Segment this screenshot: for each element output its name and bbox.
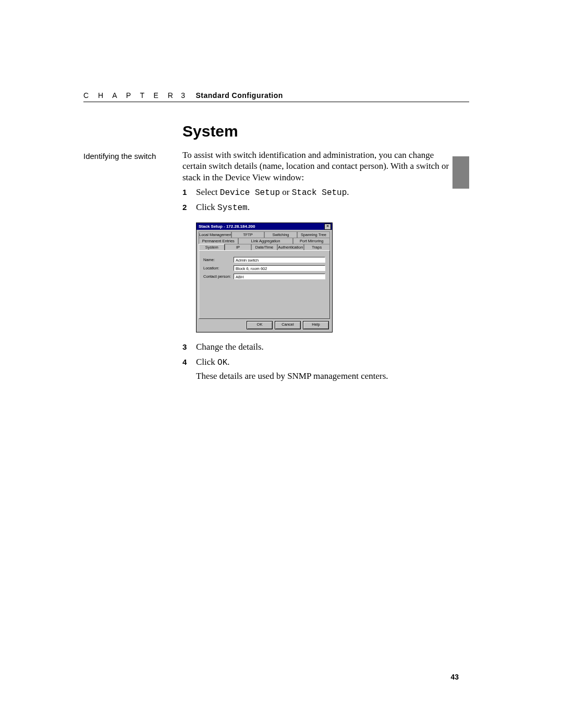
- chapter-number: 3: [181, 91, 186, 100]
- tab-local-management[interactable]: Local Management: [199, 231, 231, 238]
- step-2: 2 Click System.: [182, 201, 459, 214]
- code: Stack Setup: [292, 188, 347, 198]
- code: System: [217, 203, 248, 213]
- chapter-word: C H A P T E R: [83, 91, 177, 100]
- page-number: 43: [450, 673, 459, 681]
- help-button[interactable]: Help: [303, 321, 329, 329]
- text: or: [280, 187, 292, 197]
- name-label: Name:: [203, 257, 234, 262]
- step-text: Click System.: [196, 201, 250, 214]
- contact-field[interactable]: ABH: [234, 274, 325, 279]
- chapter-title: Standard Configuration: [196, 91, 283, 100]
- tab-spanning-tree[interactable]: Spanning Tree: [297, 231, 330, 238]
- tab-ip[interactable]: IP: [225, 244, 251, 250]
- tab-traps[interactable]: Traps: [304, 244, 330, 250]
- step-number: 4: [182, 356, 196, 369]
- text: Click: [196, 202, 217, 212]
- tab-link-aggregation[interactable]: Link Aggregation: [238, 238, 293, 244]
- step-text: Click OK.: [196, 356, 230, 369]
- step-number: 2: [182, 201, 196, 214]
- step-list-continued: 3 Change the details. 4 Click OK.: [182, 341, 459, 369]
- tab-tftp[interactable]: TFTP: [231, 231, 264, 238]
- running-header: C H A P T E R 3 Standard Configuration: [83, 91, 283, 100]
- tab-permanent-entries[interactable]: Permanent Entries: [199, 238, 238, 244]
- tab-authentication[interactable]: Authentication: [277, 244, 303, 250]
- location-field[interactable]: Block 6, room 602: [234, 265, 325, 271]
- cancel-button[interactable]: Cancel: [275, 321, 301, 329]
- step-text: Select Device Setup or Stack Setup.: [196, 186, 349, 199]
- step-3: 3 Change the details.: [182, 341, 459, 354]
- tab-date-time[interactable]: Date/Time: [251, 244, 277, 250]
- step-4: 4 Click OK.: [182, 356, 459, 369]
- tab-system[interactable]: System: [199, 244, 225, 250]
- content: Identifying the switch System To assist …: [83, 122, 459, 381]
- dialog-buttons: OK Cancel Help: [197, 319, 332, 332]
- text: .: [248, 202, 250, 212]
- margin-note: Identifying the switch: [83, 122, 182, 381]
- dialog-tabs: Local Management TFTP Switching Spanning…: [197, 230, 332, 250]
- text: .: [347, 187, 349, 197]
- section-heading: System: [182, 122, 459, 140]
- dialog-body: Name: Admin switch Location: Block 6, ro…: [199, 250, 330, 319]
- contact-label: Contact person:: [203, 274, 234, 279]
- text: Select: [196, 187, 220, 197]
- after-note: These details are used by SNMP managemen…: [196, 371, 459, 381]
- tab-switching[interactable]: Switching: [264, 231, 297, 238]
- step-number: 1: [182, 186, 196, 199]
- dialog-titlebar: Stack Setup - 172.28.184.200 ×: [197, 223, 332, 230]
- step-number: 3: [182, 341, 196, 354]
- code: OK: [217, 358, 227, 367]
- close-icon[interactable]: ×: [324, 224, 331, 230]
- step-list: 1 Select Device Setup or Stack Setup. 2 …: [182, 186, 459, 214]
- header-rule: [83, 102, 469, 102]
- ok-button[interactable]: OK: [247, 321, 273, 329]
- text: .: [227, 357, 229, 367]
- stack-setup-dialog: Stack Setup - 172.28.184.200 × Local Man…: [196, 223, 333, 332]
- tab-port-mirroring[interactable]: Port Mirroring: [293, 238, 330, 244]
- name-field[interactable]: Admin switch: [234, 257, 325, 263]
- text: Click: [196, 357, 217, 367]
- code: Device Setup: [220, 188, 280, 198]
- dialog-title: Stack Setup - 172.28.184.200: [199, 224, 255, 229]
- location-label: Location:: [203, 266, 234, 270]
- step-1: 1 Select Device Setup or Stack Setup.: [182, 186, 459, 199]
- intro-paragraph: To assist with switch identification and…: [182, 150, 459, 183]
- page: C H A P T E R 3 Standard Configuration I…: [0, 0, 563, 728]
- step-text: Change the details.: [196, 341, 264, 354]
